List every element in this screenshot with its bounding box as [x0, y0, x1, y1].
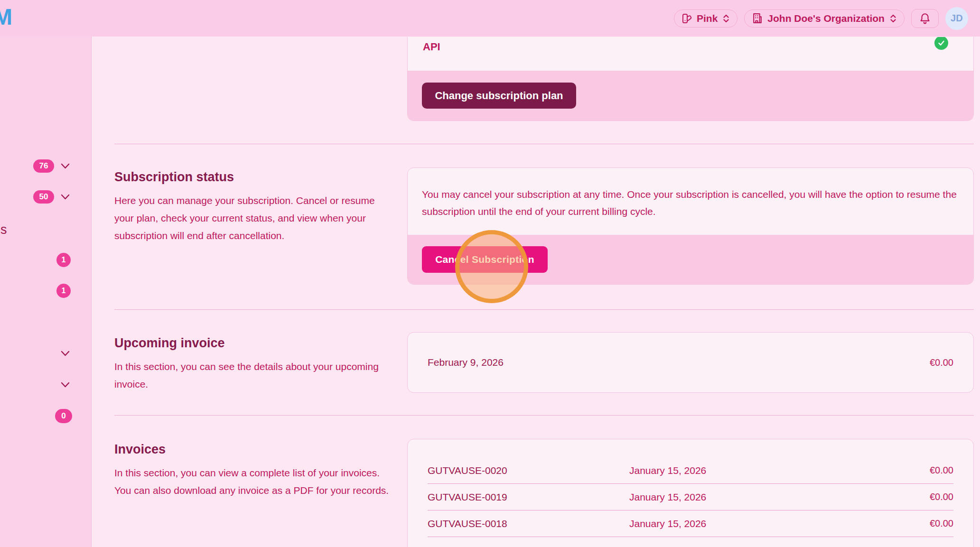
- invoices-description: In this section, you can view a complete…: [114, 464, 392, 499]
- invoice-date: January 15, 2026: [629, 545, 930, 547]
- upcoming-invoice-date: February 9, 2026: [428, 357, 504, 368]
- invoice-date: January 15, 2026: [629, 465, 930, 476]
- invoice-amount: €0.00: [930, 518, 953, 529]
- building-icon: [751, 12, 763, 24]
- theme-selector-label: Pink: [697, 13, 718, 24]
- section-divider: [114, 144, 974, 144]
- change-subscription-plan-button[interactable]: Change subscription plan: [422, 83, 576, 109]
- invoice-number: GUTVAUSE-0017: [428, 545, 629, 547]
- sidebar-count-badge: 0: [55, 409, 72, 423]
- subscription-status-description: Here you can manage your subscription. C…: [114, 192, 392, 244]
- invoice-date: January 15, 2026: [629, 491, 930, 503]
- subscription-status-card-footer: Cancel Subscription: [408, 235, 973, 284]
- upcoming-invoice-title: Upcoming invoice: [114, 336, 225, 351]
- invoice-row[interactable]: GUTVAUSE-0017 January 15, 2026 €0.00: [428, 537, 953, 547]
- success-check-icon: [934, 37, 948, 50]
- top-bar: M Pink: [0, 0, 980, 37]
- sidebar-count-badge: 50: [33, 190, 54, 204]
- sidebar-count-badge: 1: [56, 253, 71, 267]
- sidebar-item-label-clipped: s: [0, 223, 7, 237]
- subscription-status-title: Subscription status: [114, 170, 234, 185]
- theme-selector[interactable]: Pink: [674, 9, 737, 28]
- sidebar-nav: 76 50 s 1 1 0: [0, 37, 92, 547]
- invoice-number: GUTVAUSE-0020: [428, 465, 629, 476]
- invoice-amount: €0.00: [930, 491, 953, 502]
- upcoming-invoice-amount: €0.00: [930, 357, 953, 368]
- notifications-button[interactable]: [911, 9, 939, 28]
- section-divider: [114, 309, 974, 310]
- invoice-date: January 15, 2026: [629, 518, 930, 529]
- invoice-row[interactable]: GUTVAUSE-0018 January 15, 2026 €0.00: [428, 510, 953, 537]
- organization-selector-label: John Doe's Organization: [767, 13, 885, 24]
- theme-swatch-icon: [681, 13, 692, 24]
- chevron-down-icon[interactable]: [61, 194, 70, 200]
- organization-selector[interactable]: John Doe's Organization: [744, 9, 905, 28]
- upcoming-invoice-card: February 9, 2026 €0.00: [407, 332, 974, 393]
- upcoming-invoice-row: February 9, 2026 €0.00: [408, 333, 973, 392]
- invoice-number: GUTVAUSE-0018: [428, 518, 629, 529]
- api-card-footer: Change subscription plan: [408, 71, 973, 121]
- sidebar-count-badge: 76: [33, 159, 54, 173]
- api-card: API Change subscription plan: [407, 37, 974, 121]
- top-bar-actions: Pink: [674, 0, 980, 37]
- sidebar-count-badge: 1: [56, 284, 71, 298]
- user-avatar[interactable]: JD: [945, 7, 968, 30]
- invoice-amount: €0.00: [930, 465, 953, 476]
- invoice-number: GUTVAUSE-0019: [428, 491, 629, 503]
- billing-page: M Pink: [0, 0, 980, 547]
- invoice-row[interactable]: GUTVAUSE-0020 January 15, 2026 €0.00: [428, 457, 953, 484]
- invoices-title: Invoices: [114, 442, 166, 457]
- chevron-down-icon[interactable]: [61, 163, 70, 169]
- cancel-policy-text: You may cancel your subscription at any …: [422, 186, 963, 220]
- bell-icon: [919, 12, 931, 25]
- invoices-card: GUTVAUSE-0020 January 15, 2026 €0.00 GUT…: [407, 439, 974, 547]
- upcoming-invoice-description: In this section, you can see the details…: [114, 358, 392, 393]
- chevron-down-icon[interactable]: [61, 382, 70, 388]
- api-section-title: API: [423, 41, 440, 53]
- invoice-row[interactable]: GUTVAUSE-0019 January 15, 2026 €0.00: [428, 484, 953, 510]
- invoice-amount: €0.00: [930, 545, 953, 547]
- unfold-chevrons-icon: [889, 13, 897, 24]
- chevron-down-icon[interactable]: [61, 351, 70, 356]
- section-divider: [114, 415, 974, 416]
- unfold-chevrons-icon: [722, 13, 730, 24]
- app-logo: M: [0, 4, 12, 30]
- subscription-status-card: You may cancel your subscription at any …: [407, 167, 974, 285]
- cancel-subscription-button[interactable]: Cancel Subscription: [422, 246, 548, 273]
